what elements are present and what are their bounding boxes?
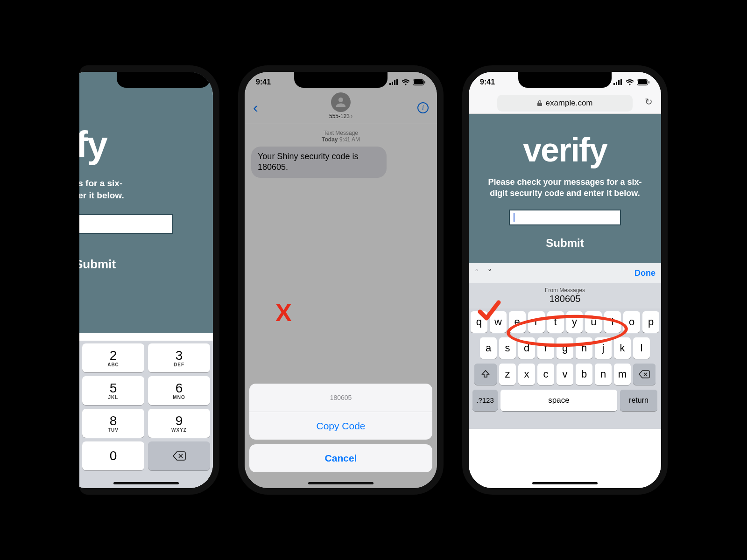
action-sheet: 180605 Copy Code Cancel — [249, 384, 432, 477]
lock-icon — [537, 100, 543, 106]
signal-icon — [613, 79, 623, 85]
key-0[interactable]: 0 — [82, 441, 144, 470]
status-time: 9:41 — [480, 78, 495, 86]
key-m[interactable]: m — [614, 364, 631, 385]
keyboard-accessory: ˄ ˅ Done — [469, 263, 661, 283]
key-n[interactable]: n — [595, 364, 612, 385]
autofill-label: From Messages — [545, 287, 585, 294]
svg-rect-19 — [638, 80, 647, 84]
backspace-icon — [639, 370, 650, 378]
svg-rect-17 — [620, 79, 622, 85]
symbols-key[interactable]: .?123 — [472, 390, 498, 411]
wifi-icon — [402, 79, 410, 85]
shift-key[interactable] — [474, 364, 497, 385]
autofill-code: 180605 — [550, 294, 581, 304]
annotation-x-mark: X — [275, 299, 292, 327]
key-9[interactable]: 9WXYZ — [148, 409, 210, 438]
svg-rect-10 — [396, 79, 398, 85]
svg-rect-16 — [618, 80, 620, 85]
svg-rect-7 — [389, 83, 391, 85]
key-5[interactable]: 5JKL — [82, 376, 144, 405]
signal-icon — [389, 79, 399, 85]
code-input[interactable] — [79, 214, 173, 234]
numeric-keypad: 2ABC 3DEF 5JKL 6MNO 8TUV 9WXYZ 0 — [79, 341, 213, 488]
backspace-key[interactable] — [633, 364, 655, 385]
key-k[interactable]: k — [614, 337, 631, 359]
copy-code-button[interactable]: Copy Code — [249, 412, 432, 440]
home-indicator[interactable] — [308, 482, 374, 484]
return-key[interactable]: return — [620, 390, 657, 411]
battery-icon — [413, 79, 426, 85]
submit-button[interactable]: Submit — [79, 257, 116, 272]
reload-button[interactable]: ↻ — [645, 96, 653, 107]
verify-title: verify — [523, 131, 607, 169]
phone-left: erify our messages for a six- code and e… — [79, 65, 219, 495]
notch — [518, 72, 612, 88]
code-input[interactable] — [509, 210, 621, 225]
svg-rect-20 — [648, 81, 649, 84]
key-8[interactable]: 8TUV — [82, 409, 144, 438]
next-field-button[interactable]: ˅ — [487, 267, 492, 279]
prev-field-button[interactable]: ˄ — [474, 267, 479, 279]
key-x[interactable]: x — [518, 364, 535, 385]
backspace-icon — [173, 451, 186, 461]
key-3[interactable]: 3DEF — [148, 343, 210, 372]
svg-rect-12 — [414, 80, 423, 84]
verify-title: erify — [79, 123, 107, 166]
home-indicator[interactable] — [113, 482, 179, 484]
battery-icon — [637, 79, 650, 85]
verify-instruction: Please check your messages for a six-dig… — [486, 176, 644, 199]
key-s[interactable]: s — [499, 337, 516, 359]
svg-rect-8 — [392, 82, 393, 85]
key-z[interactable]: z — [499, 364, 516, 385]
status-right — [613, 79, 650, 85]
verify-instruction: our messages for a six- code and enter i… — [79, 177, 124, 201]
key-v[interactable]: v — [557, 364, 573, 385]
key-6[interactable]: 6MNO — [148, 376, 210, 405]
wifi-icon — [626, 79, 634, 85]
key-c[interactable]: c — [537, 364, 554, 385]
space-key[interactable]: space — [500, 390, 617, 411]
phone-middle: 9:41 ‹ 555-123› i — [238, 65, 444, 495]
sheet-code-title: 180605 — [249, 384, 432, 412]
svg-rect-15 — [616, 82, 617, 85]
done-button[interactable]: Done — [634, 268, 655, 278]
annotation-check-mark — [476, 298, 502, 326]
key-b[interactable]: b — [576, 364, 592, 385]
key-a[interactable]: a — [480, 337, 497, 359]
key-2[interactable]: 2ABC — [82, 343, 144, 372]
status-time: 9:41 — [256, 78, 271, 86]
notch — [117, 72, 210, 88]
svg-rect-9 — [394, 80, 395, 85]
svg-rect-14 — [613, 83, 615, 85]
submit-button[interactable]: Submit — [546, 237, 584, 250]
key-p[interactable]: p — [642, 311, 659, 333]
home-indicator[interactable] — [532, 482, 598, 484]
notch — [294, 72, 388, 88]
cancel-button[interactable]: Cancel — [249, 444, 432, 472]
key-backspace[interactable] — [148, 441, 210, 470]
shift-icon — [481, 370, 490, 379]
phone-right: 9:41 example.com ↻ verify — [462, 65, 668, 495]
svg-rect-13 — [424, 81, 425, 84]
safari-host: example.com — [545, 98, 592, 108]
key-l[interactable]: l — [633, 337, 650, 359]
status-right — [389, 79, 426, 85]
